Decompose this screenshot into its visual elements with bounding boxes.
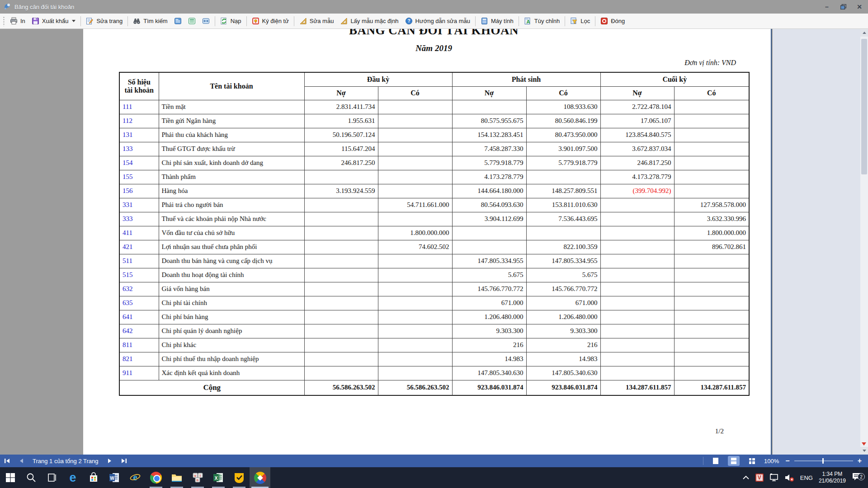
scroll-down-button[interactable] (860, 447, 868, 455)
toolbar-separator (519, 16, 519, 26)
multi-page-mode-button[interactable] (746, 456, 758, 466)
amount-cell (674, 128, 749, 142)
chrome-icon[interactable] (146, 467, 166, 488)
calculator-button[interactable]: Máy tính (477, 15, 517, 27)
last-page-icon (121, 458, 127, 464)
amount-cell (674, 170, 749, 184)
file-explorer-icon[interactable] (166, 467, 187, 488)
view-single-page-button[interactable] (171, 15, 185, 27)
close-window-button[interactable]: ✕ (854, 2, 865, 12)
default-template-label: Lấy mẫu mặc định (350, 18, 398, 24)
total-cell: 923.846.031.874 (452, 380, 526, 395)
edit-page-button[interactable]: Sửa trang (83, 15, 126, 27)
view-page-width-button[interactable] (199, 15, 213, 27)
action-center-button[interactable]: 2 (852, 472, 862, 483)
default-template-button[interactable]: Lấy mẫu mặc định (337, 15, 401, 27)
close-report-label: Đóng (611, 18, 625, 24)
amount-cell (378, 254, 452, 268)
microsoft-store-icon[interactable] (83, 467, 104, 488)
window-title: Bảng cân đối tài khoản (14, 4, 74, 10)
filter-button[interactable]: Lọc (567, 15, 593, 27)
amount-cell (452, 226, 526, 240)
toolbar-separator (127, 16, 128, 26)
zoom-out-button[interactable]: − (785, 459, 789, 463)
template-help-button[interactable]: ? Hướng dẫn sửa mẫu (402, 15, 473, 27)
restore-icon (840, 4, 846, 9)
unikey-icon[interactable]: uin (187, 467, 208, 488)
edge-icon[interactable]: e (62, 467, 83, 488)
col-header-credit: Có (526, 86, 600, 100)
close-report-button[interactable]: Đóng (597, 15, 628, 27)
scroll-up-button[interactable] (860, 29, 868, 37)
unikey-tray-icon[interactable]: V (755, 474, 764, 482)
accounting-app-icon[interactable] (250, 467, 270, 488)
tray-chevron-icon[interactable] (742, 475, 750, 480)
statusbar-separator (703, 457, 703, 465)
taskbar-clock[interactable]: 1:34 PM 21/06/2019 (819, 471, 846, 484)
table-row: 511Doanh thu bán hàng và cung cấp dịch v… (119, 254, 749, 268)
account-name-cell: Chi phí khác (159, 338, 304, 352)
edit-template-button[interactable]: Sửa mẫu (296, 15, 337, 27)
amount-cell: 3.193.924.559 (304, 184, 378, 198)
amount-cell: 246.817.250 (304, 156, 378, 170)
export-button[interactable]: Xuất khẩu (28, 15, 79, 27)
calculator-icon (481, 17, 488, 25)
amount-cell (304, 212, 378, 226)
amount-cell (674, 366, 749, 380)
amount-cell (674, 156, 749, 170)
zoom-slider[interactable]: − + (785, 459, 862, 463)
amount-cell: 50.196.507.124 (304, 128, 378, 142)
amount-cell: (399.704.992) (600, 184, 674, 198)
previous-page-button[interactable] (19, 458, 24, 464)
excel-icon[interactable]: X (208, 467, 229, 488)
reload-button[interactable]: Nạp (217, 15, 245, 27)
start-button[interactable] (0, 467, 21, 488)
amount-cell: 147.805.340.630 (452, 366, 526, 380)
next-page-button[interactable] (107, 458, 113, 464)
single-page-mode-button[interactable] (710, 456, 722, 466)
minimize-button[interactable]: – (821, 2, 833, 12)
amount-cell: 216 (452, 338, 526, 352)
first-page-button[interactable] (4, 458, 10, 464)
zoom-in-button[interactable]: + (858, 459, 862, 463)
zoom-slider-track[interactable] (794, 460, 853, 461)
export-dropdown-icon[interactable] (72, 20, 75, 22)
digital-sign-button[interactable]: Ký điện tử (249, 15, 292, 27)
single-page-view-icon (174, 17, 182, 25)
volume-muted-icon[interactable] (784, 474, 794, 482)
restore-button[interactable] (837, 2, 849, 12)
last-page-button[interactable] (121, 458, 127, 464)
search-label: Tìm kiếm (143, 18, 167, 24)
amount-cell: 671.000 (452, 296, 526, 310)
amount-cell: 74.602.502 (378, 240, 452, 254)
amount-cell: 54.711.661.000 (378, 198, 452, 212)
export-label: Xuất khẩu (42, 18, 69, 24)
print-button[interactable]: In (7, 15, 28, 27)
report-title: BẢNG CÂN ĐỐI TÀI KHOẢN (119, 29, 749, 38)
report-viewport: BẢNG CÂN ĐỐI TÀI KHOẢN Năm 2019 Đơn vị t… (0, 29, 868, 455)
toolbar-separator (294, 16, 294, 26)
search-button[interactable]: Tìm kiếm (130, 15, 170, 27)
amount-cell (674, 296, 749, 310)
word-icon[interactable]: W (104, 467, 125, 488)
unit-label: Đơn vị tính: VND (119, 59, 749, 67)
task-view-icon (47, 472, 57, 483)
amount-cell (378, 100, 452, 114)
amount-cell (378, 114, 452, 128)
customize-button[interactable]: A Tùy chỉnh (521, 15, 563, 27)
internet-explorer-icon[interactable]: e (125, 467, 146, 488)
account-name-cell: Lợi nhuận sau thuế chưa phân phối (159, 240, 304, 254)
network-icon[interactable] (769, 474, 778, 482)
zoom-slider-thumb[interactable] (822, 458, 824, 464)
view-continuous-button[interactable] (185, 15, 199, 27)
taskbar-search-button[interactable] (21, 467, 42, 488)
vertical-scrollbar[interactable] (860, 29, 868, 455)
toolbar-separator (565, 16, 565, 26)
security-app-icon[interactable] (229, 467, 250, 488)
language-indicator[interactable]: ENG (800, 474, 813, 481)
continuous-mode-button[interactable] (728, 456, 740, 466)
total-cell: 134.287.611.857 (674, 380, 749, 395)
customize-label: Tùy chỉnh (534, 18, 560, 24)
scrollbar-thumb[interactable] (861, 39, 867, 174)
task-view-button[interactable] (42, 467, 62, 488)
